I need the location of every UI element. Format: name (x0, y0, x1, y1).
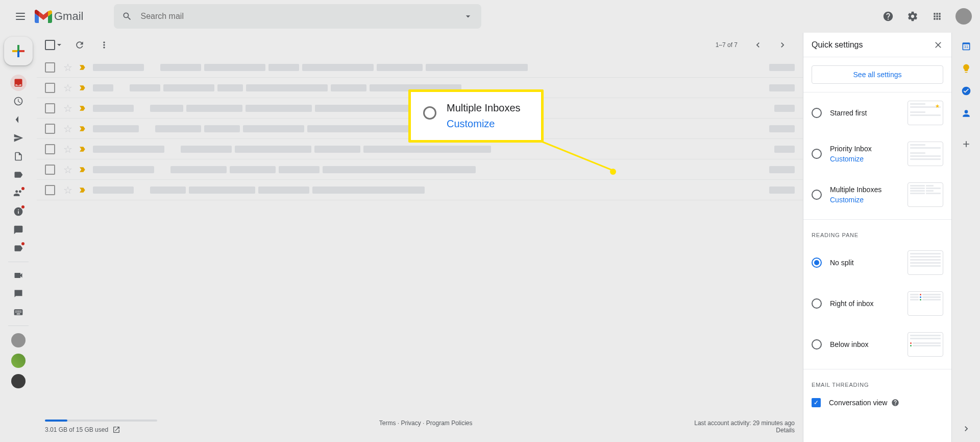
option-content: Below inbox (830, 340, 908, 348)
callout-radio-icon (423, 106, 436, 120)
reading-pane-header: READING PANE (803, 224, 951, 242)
checkbox-checked[interactable]: ✓ (812, 398, 821, 407)
preview-starred: ★ (908, 101, 943, 125)
option-content: Priority Inbox Customize (830, 145, 908, 163)
preview-star-icon: ★ (935, 103, 940, 109)
option-label: No split (830, 259, 908, 267)
customize-link[interactable]: Customize (830, 155, 908, 163)
option-below-inbox[interactable]: Below inbox (803, 324, 951, 365)
callout-title: Multiple Inboxes (447, 102, 521, 114)
option-label: Conversation view (829, 399, 887, 407)
close-button[interactable] (933, 40, 943, 50)
option-label: Right of inbox (830, 299, 908, 308)
option-label: Below inbox (830, 340, 908, 348)
option-conversation-view[interactable]: ✓ Conversation view (803, 392, 951, 413)
preview-priority (908, 142, 943, 166)
radio-button[interactable] (812, 339, 822, 350)
option-label: Multiple Inboxes (830, 185, 908, 194)
settings-header: Quick settings (803, 33, 951, 57)
settings-divider (803, 369, 951, 369)
option-label: Priority Inbox (830, 145, 908, 153)
preview-right-split (908, 291, 943, 316)
option-no-split[interactable]: No split (803, 242, 951, 283)
quick-settings-panel: Quick settings See all settings Starred … (803, 33, 951, 442)
preview-below-split (908, 332, 943, 357)
settings-divider (803, 219, 951, 220)
option-right-of-inbox[interactable]: Right of inbox (803, 283, 951, 324)
annotation-dot (610, 169, 616, 175)
option-content: Multiple Inboxes Customize (830, 185, 908, 204)
option-label: Starred first (830, 109, 908, 117)
settings-title: Quick settings (812, 40, 863, 50)
option-priority-inbox[interactable]: Priority Inbox Customize (803, 133, 951, 174)
preview-no-split (908, 250, 943, 275)
radio-button[interactable] (812, 190, 822, 200)
annotation-callout: Multiple Inboxes Customize (408, 89, 544, 143)
option-starred-first[interactable]: Starred first ★ (803, 92, 951, 133)
settings-button-container: See all settings (803, 57, 951, 92)
option-multiple-inboxes[interactable]: Multiple Inboxes Customize (803, 174, 951, 215)
help-icon[interactable] (891, 399, 899, 407)
radio-button[interactable] (812, 258, 822, 268)
email-threading-header: EMAIL THREADING (803, 374, 951, 392)
callout-subtitle: Customize (447, 118, 521, 130)
radio-button[interactable] (812, 149, 822, 159)
radio-button[interactable] (812, 108, 822, 118)
option-content: No split (830, 259, 908, 267)
see-all-settings-button[interactable]: See all settings (812, 65, 943, 84)
preview-multiple (908, 182, 943, 207)
option-content: Right of inbox (830, 299, 908, 308)
radio-button[interactable] (812, 298, 822, 309)
option-content: Starred first (830, 109, 908, 117)
customize-link[interactable]: Customize (830, 196, 908, 204)
close-icon (933, 40, 943, 50)
